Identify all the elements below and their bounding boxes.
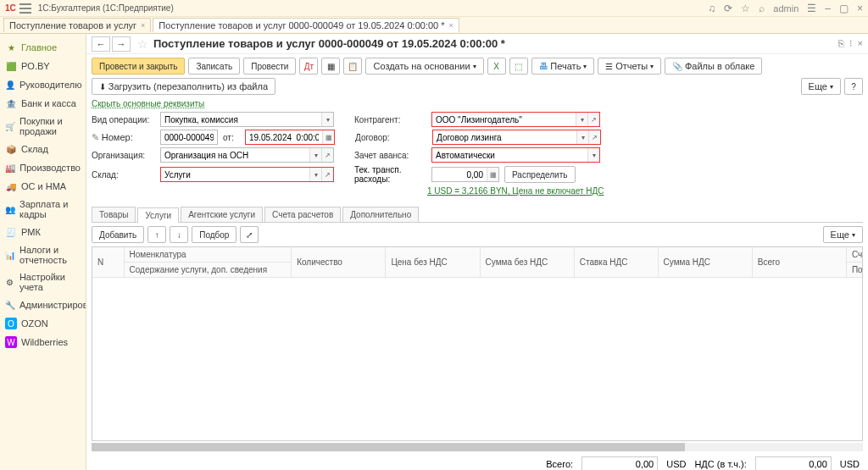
services-table[interactable]: N Номенклатура Количество Цена без НДС С…: [92, 246, 863, 441]
forward-button[interactable]: →: [112, 36, 131, 52]
close-icon[interactable]: ×: [141, 21, 145, 30]
user-name[interactable]: admin: [773, 3, 798, 14]
open-icon[interactable]: ↗: [587, 113, 599, 126]
history-icon[interactable]: ⟳: [724, 3, 732, 14]
back-button[interactable]: ←: [92, 36, 110, 52]
sidebar-item-manager[interactable]: 👤Руководителю: [0, 75, 86, 94]
dt-kt-button[interactable]: Дт: [299, 58, 318, 75]
minimize-icon[interactable]: –: [825, 3, 831, 14]
sidebar-item-salary[interactable]: 👥Зарплата и кадры: [0, 196, 86, 223]
sidebar-item-bank[interactable]: 🏦Банк и касса: [0, 94, 86, 113]
transport-input[interactable]: [432, 168, 487, 181]
search-icon[interactable]: ⌕: [759, 3, 765, 14]
close-icon[interactable]: ×: [857, 3, 863, 14]
open-icon[interactable]: ↗: [588, 130, 600, 144]
add-button[interactable]: Добавить: [92, 226, 144, 243]
maximize-icon[interactable]: ▢: [839, 3, 849, 14]
calendar-icon[interactable]: ▦: [322, 130, 334, 144]
btn-label: Еще: [831, 229, 849, 240]
org-input[interactable]: [161, 148, 309, 162]
down-button[interactable]: ↓: [170, 226, 188, 243]
open-icon[interactable]: ↗: [321, 168, 333, 181]
app-title: 1С:Бухгалтерия (1С:Предприятие): [38, 3, 174, 13]
tab-extra[interactable]: Дополнительно: [342, 207, 419, 222]
number-field[interactable]: [160, 130, 218, 145]
counterparty-field[interactable]: ▾↗: [431, 112, 600, 127]
transport-field[interactable]: ▦: [431, 167, 499, 182]
settings-icon[interactable]: ☰: [807, 3, 816, 14]
warehouse-field[interactable]: ▾↗: [160, 167, 334, 182]
create-based-button[interactable]: Создать на основании▾: [365, 58, 483, 75]
tab-goods[interactable]: Товары: [92, 207, 136, 222]
counterparty-input[interactable]: [432, 113, 576, 126]
copy-button[interactable]: 📋: [343, 58, 362, 75]
sidebar-item-assets[interactable]: 🚚ОС и НМА: [0, 177, 86, 196]
structure-button[interactable]: ▦: [321, 58, 340, 75]
excel2-button[interactable]: ⬚: [509, 58, 528, 75]
advance-field[interactable]: ▾: [431, 147, 600, 163]
sidebar-item-warehouse[interactable]: 📦Склад: [0, 140, 86, 158]
expand-button[interactable]: ⤢: [240, 226, 259, 243]
post-close-button[interactable]: Провести и закрыть: [92, 58, 185, 75]
sidebar-item-settings[interactable]: ⚙Настройки учета: [0, 268, 86, 296]
tab-services[interactable]: Услуги: [137, 207, 179, 223]
rate-link[interactable]: 1 USD = 3,2166 BYN, Цена не включает НДС: [427, 186, 604, 196]
favorite-icon[interactable]: ☆: [741, 3, 750, 14]
more-button[interactable]: Еще▾: [823, 226, 863, 243]
menu-icon[interactable]: [19, 3, 31, 14]
load-button[interactable]: ⬇ Загрузить (перезаполнить) из файла: [92, 78, 275, 95]
star-icon[interactable]: ☆: [137, 37, 148, 51]
sidebar-item-main[interactable]: ★Главное: [0, 38, 86, 57]
sidebar-item-label: Главное: [21, 42, 57, 53]
sidebar-item-wb[interactable]: WWildberries: [0, 333, 86, 351]
more-button[interactable]: Еще▾: [801, 78, 841, 95]
bell-icon[interactable]: ♫: [708, 3, 715, 14]
write-button[interactable]: Записать: [188, 58, 240, 75]
tab-accounts[interactable]: Счета расчетов: [264, 207, 341, 222]
sidebar-item-ozon[interactable]: ОOZON: [0, 314, 86, 333]
chevron-down-icon[interactable]: ▾: [576, 113, 587, 126]
files-button[interactable]: 📎 Файлы в облаке: [665, 58, 762, 75]
sidebar-item-sales[interactable]: 🛒Покупки и продажи: [0, 113, 86, 140]
chevron-down-icon[interactable]: ▾: [321, 113, 333, 126]
btn-label: Еще: [809, 81, 827, 91]
contract-field[interactable]: ▾↗: [432, 130, 601, 145]
org-field[interactable]: ▾↗: [160, 147, 334, 163]
tab-agent[interactable]: Агентские услуги: [181, 207, 263, 222]
chevron-down-icon[interactable]: ▾: [309, 148, 321, 162]
sidebar-item-production[interactable]: 🏭Производство: [0, 158, 86, 177]
hide-main-link[interactable]: Скрыть основные реквизиты: [86, 99, 204, 108]
advance-input[interactable]: [432, 148, 587, 162]
number-input[interactable]: [161, 130, 217, 144]
help-button[interactable]: ?: [844, 78, 863, 95]
detach-icon[interactable]: ⁝: [849, 38, 853, 49]
sidebar-item-pos[interactable]: 🧾РМК: [0, 223, 86, 241]
reports-button[interactable]: ☰ Отчеты▾: [598, 58, 661, 75]
link-icon[interactable]: ⎘: [838, 38, 844, 49]
chevron-down-icon[interactable]: ▾: [309, 168, 321, 181]
sidebar-item-admin[interactable]: 🔧Администрирование: [0, 296, 86, 314]
print-button[interactable]: 🖶 Печать▾: [531, 58, 595, 75]
chevron-down-icon[interactable]: ▾: [587, 148, 599, 162]
distribute-button[interactable]: Распределить: [504, 166, 576, 183]
contract-input[interactable]: [433, 130, 576, 144]
date-field[interactable]: ▦: [245, 130, 335, 145]
excel-button[interactable]: X: [487, 58, 506, 75]
close-icon[interactable]: ×: [449, 21, 453, 30]
pick-button[interactable]: Подбор: [192, 226, 236, 243]
chevron-down-icon[interactable]: ▾: [576, 130, 588, 144]
calc-icon[interactable]: ▦: [487, 168, 498, 181]
close-icon[interactable]: ×: [858, 38, 863, 49]
h-scrollbar[interactable]: [92, 443, 863, 451]
op-type-input[interactable]: [161, 113, 321, 126]
warehouse-input[interactable]: [161, 168, 309, 181]
up-button[interactable]: ↑: [147, 226, 166, 243]
window-tab-0[interactable]: Поступление товаров и услуг×: [3, 18, 151, 32]
op-type-field[interactable]: ▾: [160, 112, 334, 127]
post-button[interactable]: Провести: [243, 58, 296, 75]
sidebar-item-tax[interactable]: 📊Налоги и отчетность: [0, 241, 86, 268]
open-icon[interactable]: ↗: [321, 148, 333, 162]
sidebar-item-poby[interactable]: 🟩PO.BY: [0, 57, 86, 75]
date-input[interactable]: [246, 130, 322, 144]
window-tab-1[interactable]: Поступление товаров и услуг 0000-000049 …: [153, 18, 459, 32]
